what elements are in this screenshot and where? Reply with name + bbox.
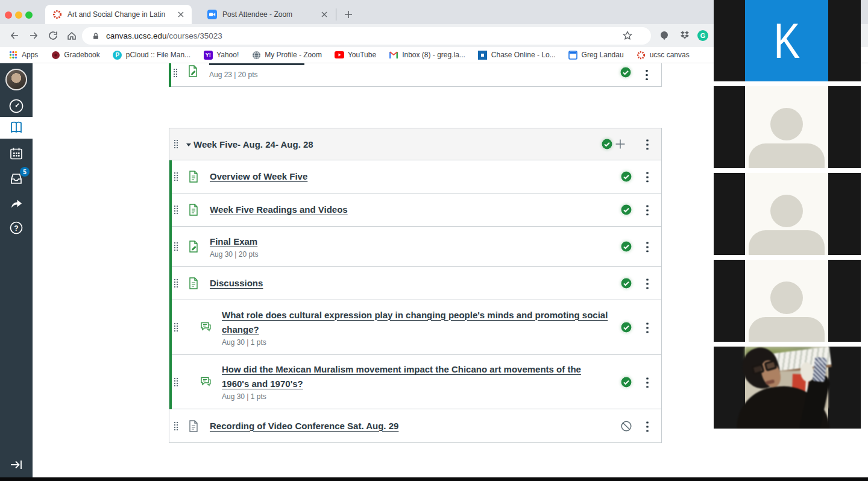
globe-icon	[251, 50, 261, 60]
kebab-menu-icon[interactable]	[646, 420, 649, 432]
avatar[interactable]	[5, 69, 27, 90]
module-title[interactable]: Week Five- Aug. 24- Aug. 28	[193, 139, 313, 149]
home-button[interactable]	[66, 30, 77, 41]
video-object-pattern	[813, 357, 827, 382]
unpublished-icon[interactable]	[621, 421, 632, 432]
drag-handle-icon[interactable]	[174, 278, 178, 288]
page-icon	[188, 171, 199, 183]
kebab-menu-icon[interactable]	[646, 278, 649, 289]
module-item-link[interactable]: Final Exam	[210, 234, 259, 249]
kebab-menu-icon[interactable]	[646, 171, 649, 183]
kebab-menu-icon[interactable]	[646, 322, 649, 333]
close-window-button[interactable]	[5, 11, 12, 19]
new-tab-button[interactable]	[344, 10, 353, 19]
published-check-icon[interactable]	[620, 67, 631, 78]
module-item-row-partial[interactable]: Aug 23 | 20 pts	[169, 63, 662, 87]
module-item-row[interactable]: How did the Mexican Muralism movement im…	[169, 355, 661, 409]
kebab-menu-icon[interactable]	[646, 69, 648, 80]
kebab-menu-icon[interactable]	[646, 204, 649, 216]
minimize-window-button[interactable]	[15, 11, 22, 19]
participant-video	[745, 347, 828, 429]
participant-initial: K	[773, 13, 800, 69]
module-item-link[interactable]: How did the Mexican Muralism movement im…	[222, 362, 584, 391]
module-item-link[interactable]: Week Five Readings and Videos	[210, 203, 348, 217]
zoom-participant-tile[interactable]	[714, 347, 861, 429]
published-check-icon[interactable]	[621, 322, 632, 333]
published-check-icon[interactable]	[621, 241, 632, 252]
bookmark-apps[interactable]: Apps	[8, 50, 38, 60]
page-icon	[188, 277, 199, 289]
calendar-icon[interactable]	[8, 146, 24, 162]
url-text: canvas.ucsc.edu/courses/35023	[106, 31, 222, 40]
bookmark-yahoo[interactable]: Y! Yahoo!	[203, 50, 239, 60]
extension-dropbox-icon[interactable]	[680, 30, 691, 41]
published-check-icon[interactable]	[621, 204, 632, 215]
collapse-nav-icon[interactable]	[9, 457, 24, 472]
bookmark-greg-landau[interactable]: Greg Landau	[568, 50, 624, 60]
extension-grammarly-icon[interactable]: G	[697, 30, 708, 41]
courses-selected[interactable]	[0, 117, 33, 139]
module-item-link[interactable]: Overview of Week Five	[210, 169, 307, 184]
reload-button[interactable]	[48, 30, 58, 41]
module-published-icon[interactable]	[602, 139, 612, 149]
bookmark-ucsc-canvas[interactable]: ucsc canvas	[637, 50, 690, 60]
add-item-icon[interactable]	[614, 138, 626, 150]
drag-handle-icon[interactable]	[174, 242, 178, 251]
kebab-menu-icon[interactable]	[646, 376, 649, 388]
drag-handle-icon[interactable]	[174, 421, 178, 431]
bookmark-gradebook[interactable]: Gradebook	[51, 50, 99, 60]
module-item-row[interactable]: Week Five Readings and Videos	[169, 193, 661, 227]
module-item-link[interactable]: Recording of Video Conference Sat. Aug. …	[210, 419, 398, 433]
drag-handle-icon[interactable]	[174, 205, 178, 215]
published-check-icon[interactable]	[621, 278, 632, 289]
collapse-caret-icon[interactable]	[186, 143, 191, 146]
bookmark-zoom-profile[interactable]: My Profile - Zoom	[251, 50, 322, 60]
dashboard-icon[interactable]	[8, 98, 24, 114]
drag-handle-icon[interactable]	[173, 68, 178, 78]
module-item-row[interactable]: Final Exam Aug 30 | 20 pts	[169, 227, 661, 267]
address-bar[interactable]: canvas.ucsc.edu/courses/35023	[82, 27, 651, 45]
zoom-participant-tile[interactable]	[714, 260, 861, 342]
module-header[interactable]: Week Five- Aug. 24- Aug. 28	[169, 128, 661, 160]
zoom-participant-tile[interactable]	[714, 173, 861, 255]
commons-arrow-icon[interactable]	[8, 195, 25, 212]
drag-handle-icon[interactable]	[174, 322, 178, 332]
bookmark-star-icon[interactable]	[622, 30, 633, 41]
back-button[interactable]	[9, 30, 20, 41]
extension-pin-icon[interactable]	[659, 30, 670, 41]
drag-handle-icon[interactable]	[174, 377, 178, 387]
kebab-menu-icon[interactable]	[646, 139, 649, 150]
bookmark-chase[interactable]: Chase Online - Lo...	[478, 50, 556, 60]
bookmark-label: My Profile - Zoom	[265, 51, 322, 59]
module-item-link[interactable]: Discussions	[210, 276, 263, 291]
bookmark-pcloud[interactable]: P pCloud :: File Man...	[113, 50, 190, 60]
module-item-row[interactable]: Discussions	[169, 267, 661, 300]
forward-button[interactable]	[28, 30, 39, 41]
close-tab-icon[interactable]	[319, 10, 329, 19]
clipped-link-text[interactable]	[209, 63, 304, 65]
published-check-icon[interactable]	[621, 171, 632, 182]
help-icon[interactable]: ?	[8, 220, 24, 236]
kebab-menu-icon[interactable]	[646, 241, 649, 253]
discussion-icon	[200, 321, 211, 333]
zoom-participant-tile[interactable]: K	[714, 0, 861, 81]
bookmark-gmail-inbox[interactable]: Inbox (8) - greg.la...	[389, 50, 465, 60]
tab-zoom[interactable]: Post Attendee - Zoom	[200, 5, 335, 24]
module-item-row[interactable]: Recording of Video Conference Sat. Aug. …	[169, 409, 661, 442]
canvas-icon	[637, 50, 646, 60]
zoom-window-button[interactable]	[25, 11, 33, 19]
item-meta: Aug 23 | 20 pts	[209, 70, 258, 80]
tab-canvas[interactable]: Art and Social Change in Latin	[45, 5, 192, 24]
avatar-silhouette-icon	[770, 108, 803, 140]
bookmark-label: Greg Landau	[582, 51, 624, 59]
module-item-row[interactable]: Overview of Week Five	[169, 160, 661, 193]
close-tab-icon[interactable]	[176, 10, 186, 19]
module-item-link[interactable]: What role does cultural expression play …	[222, 308, 614, 337]
published-check-icon[interactable]	[621, 377, 632, 388]
canvas-global-nav: 5 ?	[0, 63, 33, 477]
module-item-row[interactable]: What role does cultural expression play …	[169, 300, 661, 355]
drag-handle-icon[interactable]	[174, 139, 178, 149]
bookmark-youtube[interactable]: YouTube	[335, 50, 376, 60]
drag-handle-icon[interactable]	[174, 172, 178, 181]
zoom-participant-tile[interactable]	[714, 86, 861, 168]
